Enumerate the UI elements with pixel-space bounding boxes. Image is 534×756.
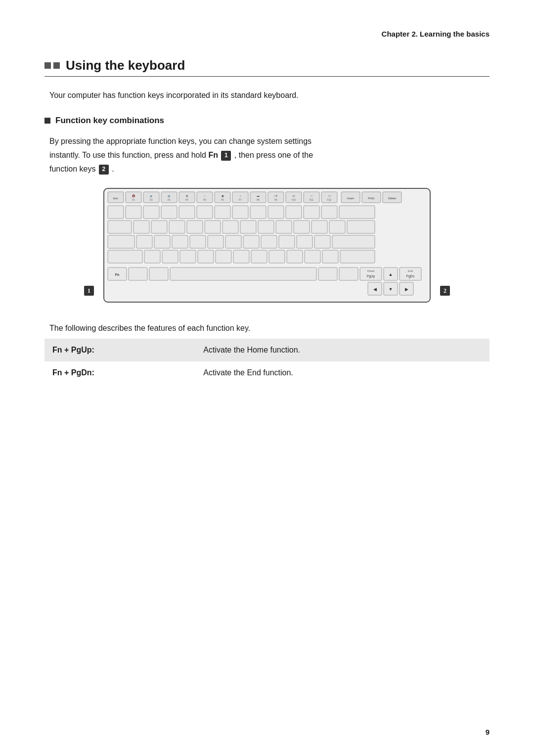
body-text: By pressing the appropriate function key…: [49, 134, 490, 176]
svg-text:F3: F3: [168, 199, 171, 201]
svg-rect-70: [312, 221, 327, 233]
body-line1: By pressing the appropriate function key…: [49, 137, 312, 145]
svg-text:▶: ▶: [405, 287, 408, 292]
svg-rect-60: [134, 221, 149, 233]
keyboard-diagram-wrapper: 1 2 Esc 🔇 F1 🔈 F2 🔊 F3: [44, 186, 490, 307]
svg-text:F10: F10: [292, 199, 296, 201]
intro-text: Your computer has function keys incorpor…: [49, 89, 490, 102]
section-icon-2: [53, 62, 60, 69]
svg-rect-94: [269, 250, 285, 263]
svg-rect-91: [216, 250, 231, 263]
badge-1: 1: [221, 151, 231, 161]
svg-rect-103: [170, 267, 316, 280]
svg-rect-81: [261, 235, 277, 248]
svg-rect-105: [339, 267, 358, 280]
fn-key-pgdn: Fn + PgDn:: [44, 361, 195, 384]
svg-rect-88: [162, 250, 178, 263]
keyboard-diagram: 1 2 Esc 🔇 F1 🔈 F2 🔊 F3: [99, 186, 435, 307]
svg-rect-73: [108, 235, 134, 248]
keyboard-badge-left: 1: [84, 286, 94, 296]
subsection-title: Function key combinations: [44, 116, 490, 126]
svg-text:PrtSc: PrtSc: [368, 197, 375, 200]
svg-text:PgUp: PgUp: [367, 274, 375, 278]
svg-rect-87: [144, 250, 160, 263]
svg-text:PgDn: PgDn: [406, 274, 415, 278]
svg-rect-92: [233, 250, 249, 263]
svg-rect-66: [240, 221, 256, 233]
svg-rect-48: [161, 206, 177, 219]
svg-rect-54: [268, 206, 284, 219]
svg-text:☆+: ☆+: [328, 194, 331, 197]
svg-rect-96: [305, 250, 320, 263]
page-container: Chapter 2. Learning the basics Using the…: [0, 0, 534, 756]
body-line3: , then press one of the: [232, 151, 313, 159]
svg-rect-76: [172, 235, 188, 248]
fn-desc-pgup: Activate the Home function.: [195, 339, 490, 361]
svg-rect-95: [287, 250, 303, 263]
svg-text:☆-: ☆-: [310, 194, 313, 197]
fn-key-pgup: Fn + PgUp:: [44, 339, 195, 361]
svg-text:Delete: Delete: [388, 197, 396, 200]
svg-rect-90: [198, 250, 214, 263]
badge-2: 2: [99, 165, 109, 175]
svg-rect-59: [108, 221, 132, 233]
svg-rect-74: [136, 235, 152, 248]
table-row: Fn + PgDn: Activate the End function.: [44, 361, 490, 384]
svg-rect-69: [294, 221, 310, 233]
svg-rect-57: [321, 206, 337, 219]
svg-rect-51: [215, 206, 230, 219]
body-line5: .: [110, 165, 114, 173]
svg-rect-64: [205, 221, 221, 233]
svg-text:↔: ↔: [204, 194, 206, 197]
keyboard-badge-right: 2: [440, 286, 450, 296]
svg-text:🔇: 🔇: [132, 194, 135, 198]
svg-rect-104: [318, 267, 337, 280]
svg-rect-46: [126, 206, 141, 219]
svg-rect-61: [151, 221, 167, 233]
svg-rect-80: [243, 235, 259, 248]
svg-text:End: End: [408, 269, 413, 272]
svg-text:🔈: 🔈: [150, 194, 153, 198]
table-row: Fn + PgUp: Activate the Home function.: [44, 339, 490, 361]
svg-text:□≡: □≡: [292, 194, 295, 197]
svg-rect-71: [329, 221, 345, 233]
svg-rect-49: [179, 206, 195, 219]
svg-text:F6: F6: [221, 199, 224, 201]
svg-rect-67: [258, 221, 274, 233]
svg-rect-82: [279, 235, 295, 248]
svg-rect-84: [314, 235, 330, 248]
svg-rect-75: [154, 235, 170, 248]
chapter-header: Chapter 2. Learning the basics: [44, 30, 490, 38]
chapter-title: Chapter 2. Learning the basics: [382, 30, 490, 38]
following-text: The following describes the features of …: [49, 321, 490, 335]
body-line2: instantly. To use this function, press a…: [49, 151, 208, 159]
svg-rect-89: [180, 250, 196, 263]
svg-rect-55: [286, 206, 302, 219]
svg-text:F4: F4: [185, 199, 188, 201]
svg-rect-86: [108, 250, 142, 263]
svg-rect-83: [297, 235, 312, 248]
svg-text:▣: ▣: [222, 194, 224, 197]
svg-text:F2: F2: [150, 199, 153, 201]
fn-label-inline: Fn: [208, 151, 218, 159]
svg-rect-65: [222, 221, 238, 233]
svg-rect-97: [322, 250, 338, 263]
svg-rect-68: [276, 221, 292, 233]
svg-rect-93: [251, 250, 267, 263]
svg-text:F5: F5: [203, 199, 206, 201]
svg-rect-58: [339, 206, 375, 219]
svg-text:F12: F12: [327, 199, 331, 201]
svg-rect-63: [187, 221, 203, 233]
svg-rect-50: [197, 206, 213, 219]
svg-rect-85: [332, 235, 375, 248]
svg-text:Home: Home: [367, 269, 375, 272]
function-keys-table: Fn + PgUp: Activate the Home function. F…: [44, 339, 490, 384]
section-title-bar: Using the keyboard: [44, 58, 490, 77]
svg-text:▼: ▼: [389, 287, 393, 292]
svg-text:+: +: [240, 194, 241, 197]
svg-text:Insert: Insert: [347, 197, 354, 200]
svg-rect-102: [149, 267, 168, 280]
svg-text:▲: ▲: [389, 272, 393, 277]
svg-text:Fn: Fn: [115, 273, 120, 276]
page-number: 9: [486, 728, 490, 736]
